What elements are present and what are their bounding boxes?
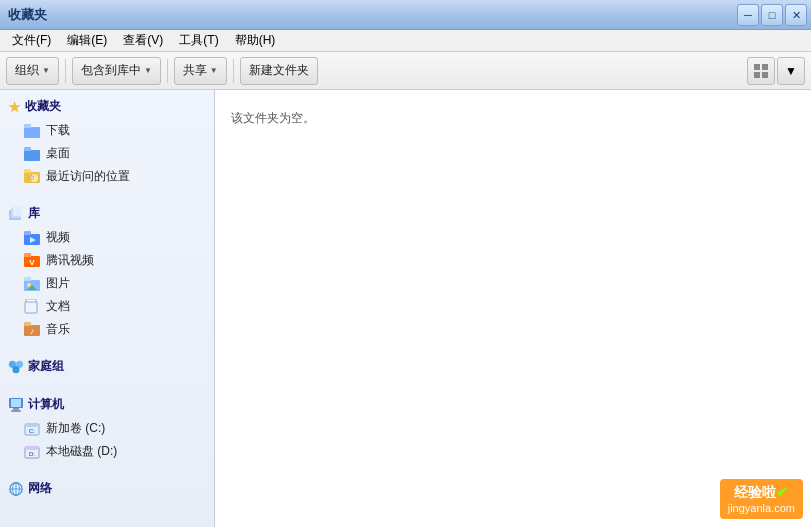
divider-1 <box>0 196 214 197</box>
include-library-arrow-icon: ▼ <box>144 66 152 75</box>
network-section: 网络 <box>0 476 214 501</box>
recent-icon: ⏱ <box>24 169 40 185</box>
network-icon <box>8 481 24 497</box>
drive-d-label: 本地磁盘 (D:) <box>46 443 117 460</box>
new-folder-button[interactable]: 新建文件夹 <box>240 57 318 85</box>
sidebar-item-download[interactable]: 下载 <box>0 119 214 142</box>
menu-edit[interactable]: 编辑(E) <box>59 30 115 51</box>
favorites-section: ★ 收藏夹 下载 桌面 <box>0 94 214 188</box>
menu-tools[interactable]: 工具(T) <box>171 30 226 51</box>
desktop-folder-icon <box>24 146 40 162</box>
organize-label: 组织 <box>15 62 39 79</box>
homegroup-header: 家庭组 <box>0 354 214 379</box>
svg-rect-1 <box>762 64 768 70</box>
svg-rect-39 <box>11 410 21 412</box>
sidebar: ★ 收藏夹 下载 桌面 <box>0 90 215 527</box>
view-toggle-button[interactable] <box>747 57 775 85</box>
homegroup-section: 家庭组 <box>0 354 214 379</box>
new-folder-label: 新建文件夹 <box>249 62 309 79</box>
svg-text:⏱: ⏱ <box>29 175 35 181</box>
share-arrow-icon: ▼ <box>210 66 218 75</box>
include-library-button[interactable]: 包含到库中 ▼ <box>72 57 161 85</box>
menu-bar: 文件(F) 编辑(E) 查看(V) 工具(T) 帮助(H) <box>0 30 811 52</box>
network-header: 网络 <box>0 476 214 501</box>
window-title: 收藏夹 <box>8 6 47 24</box>
svg-rect-6 <box>24 150 40 161</box>
content-area: 该文件夹为空。 经验啦✔ jingyanla.com <box>215 90 811 527</box>
svg-point-23 <box>27 283 31 287</box>
sidebar-item-recent[interactable]: ⏱ 最近访问的位置 <box>0 165 214 188</box>
menu-file[interactable]: 文件(F) <box>4 30 59 51</box>
tencent-video-icon: V <box>24 253 40 269</box>
view-details-button[interactable]: ▼ <box>777 57 805 85</box>
computer-label: 计算机 <box>28 396 64 413</box>
watermark: 经验啦✔ jingyanla.com <box>720 479 803 519</box>
star-icon: ★ <box>8 99 21 115</box>
svg-text:♪: ♪ <box>30 326 35 336</box>
divider-4 <box>0 471 214 472</box>
sidebar-item-doc[interactable]: 文档 <box>0 295 214 318</box>
svg-text:C:: C: <box>29 428 35 434</box>
window-controls: ─ □ ✕ <box>737 4 807 26</box>
svg-rect-9 <box>24 169 31 173</box>
svg-rect-22 <box>24 277 31 281</box>
include-library-label: 包含到库中 <box>81 62 141 79</box>
svg-rect-2 <box>754 72 760 78</box>
download-folder-icon <box>24 123 40 139</box>
toolbar-separator-3 <box>233 59 234 83</box>
menu-help[interactable]: 帮助(H) <box>227 30 284 51</box>
sidebar-item-video[interactable]: 视频 <box>0 226 214 249</box>
favorites-header: ★ 收藏夹 <box>0 94 214 119</box>
svg-point-35 <box>12 366 19 373</box>
svg-point-44 <box>25 446 39 450</box>
toolbar-separator-1 <box>65 59 66 83</box>
video-folder-icon <box>24 230 40 246</box>
desktop-label: 桌面 <box>46 145 70 162</box>
divider-2 <box>0 349 214 350</box>
svg-rect-38 <box>13 408 19 410</box>
svg-rect-19 <box>24 253 31 257</box>
close-button[interactable]: ✕ <box>785 4 807 26</box>
doc-label: 文档 <box>46 298 70 315</box>
empty-message: 该文件夹为空。 <box>231 110 315 127</box>
picture-label: 图片 <box>46 275 70 292</box>
library-header: 库 <box>0 201 214 226</box>
tencent-video-label: 腾讯视频 <box>46 252 94 269</box>
share-label: 共享 <box>183 62 207 79</box>
video-label: 视频 <box>46 229 70 246</box>
svg-rect-0 <box>754 64 760 70</box>
svg-rect-29 <box>25 302 37 313</box>
sidebar-item-picture[interactable]: 图片 <box>0 272 214 295</box>
menu-view[interactable]: 查看(V) <box>115 30 171 51</box>
computer-icon <box>8 397 24 413</box>
sidebar-item-music[interactable]: ♪ 音乐 <box>0 318 214 341</box>
maximize-button[interactable]: □ <box>761 4 783 26</box>
library-section: 库 视频 V 腾讯视频 <box>0 201 214 341</box>
sidebar-item-tencent-video[interactable]: V 腾讯视频 <box>0 249 214 272</box>
svg-rect-37 <box>11 399 21 407</box>
svg-text:V: V <box>29 258 35 267</box>
svg-rect-7 <box>24 147 31 151</box>
organize-arrow-icon: ▼ <box>42 66 50 75</box>
picture-folder-icon <box>24 276 40 292</box>
drive-d-icon: D: <box>24 444 40 460</box>
favorites-label: 收藏夹 <box>25 98 61 115</box>
main-area: ★ 收藏夹 下载 桌面 <box>0 90 811 527</box>
organize-button[interactable]: 组织 ▼ <box>6 57 59 85</box>
svg-rect-14 <box>13 206 22 216</box>
divider-3 <box>0 387 214 388</box>
share-button[interactable]: 共享 ▼ <box>174 57 227 85</box>
sidebar-item-drive-c[interactable]: C: 新加卷 (C:) <box>0 417 214 440</box>
sidebar-item-desktop[interactable]: 桌面 <box>0 142 214 165</box>
svg-rect-16 <box>24 231 31 235</box>
title-bar: 收藏夹 ─ □ ✕ <box>0 0 811 30</box>
sidebar-item-drive-d[interactable]: D: 本地磁盘 (D:) <box>0 440 214 463</box>
view-icon <box>753 63 769 79</box>
homegroup-icon <box>8 359 24 375</box>
svg-point-41 <box>25 423 39 427</box>
drive-c-label: 新加卷 (C:) <box>46 420 105 437</box>
svg-rect-4 <box>24 127 40 138</box>
download-label: 下载 <box>46 122 70 139</box>
homegroup-label: 家庭组 <box>28 358 64 375</box>
minimize-button[interactable]: ─ <box>737 4 759 26</box>
